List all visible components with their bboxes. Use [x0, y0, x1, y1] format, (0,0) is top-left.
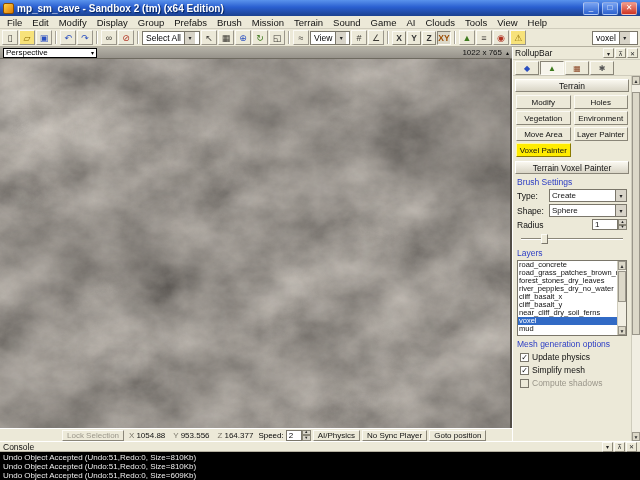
- new-icon[interactable]: ▯: [2, 30, 18, 45]
- unlink-icon[interactable]: ⊘: [118, 30, 134, 45]
- scroll-thumb[interactable]: [618, 271, 626, 302]
- scroll-thumb[interactable]: [632, 92, 640, 335]
- menu-item-brush[interactable]: Brush: [212, 16, 247, 28]
- rotate-icon[interactable]: ↻: [252, 30, 268, 45]
- tab-display[interactable]: ✱: [590, 61, 614, 75]
- terrain-icon[interactable]: ▲: [459, 30, 475, 45]
- chevron-down-icon[interactable]: ▾: [619, 32, 630, 44]
- link-icon[interactable]: ∞: [101, 30, 117, 45]
- chevron-down-icon[interactable]: ▾: [602, 442, 613, 452]
- follow-terrain-icon[interactable]: ≈: [293, 30, 309, 45]
- material-icon[interactable]: ◉: [493, 30, 509, 45]
- scroll-track[interactable]: [632, 85, 640, 432]
- pin-icon[interactable]: ⊼: [614, 442, 625, 452]
- terrain-rollup-header[interactable]: Terrain: [515, 79, 629, 92]
- menu-item-tools[interactable]: Tools: [460, 16, 492, 28]
- modify-button[interactable]: Modify: [516, 95, 571, 109]
- tab-objects[interactable]: ◆: [515, 61, 539, 75]
- axis-y-button[interactable]: Y: [407, 31, 421, 45]
- menu-item-mission[interactable]: Mission: [247, 16, 289, 28]
- select-area-icon[interactable]: ▦: [218, 30, 234, 45]
- scroll-up-icon[interactable]: ▲: [618, 261, 626, 270]
- chevron-down-icon[interactable]: ▾: [615, 205, 626, 216]
- undo-icon[interactable]: ↶: [60, 30, 76, 45]
- tab-modelling[interactable]: ▦: [565, 61, 589, 75]
- update-physics-checkbox[interactable]: ✓: [520, 353, 529, 362]
- menu-item-group[interactable]: Group: [133, 16, 169, 28]
- speed-stepper[interactable]: 2 ▲ ▼: [286, 430, 311, 441]
- simplify-mesh-checkbox[interactable]: ✓: [520, 366, 529, 375]
- spin-down-icon[interactable]: ▼: [618, 225, 627, 231]
- snap-angle-icon[interactable]: ∠: [368, 30, 384, 45]
- voxel-painter-button[interactable]: Voxel Painter: [516, 143, 571, 157]
- chevron-down-icon[interactable]: ▾: [335, 32, 346, 44]
- voxel-material-combo[interactable]: voxel ▾: [592, 31, 638, 45]
- redo-icon[interactable]: ↷: [77, 30, 93, 45]
- layer-item[interactable]: cliff_basalt_x: [518, 293, 617, 301]
- minimize-button[interactable]: _: [583, 2, 599, 15]
- layer-painter-button[interactable]: Layer Painter: [574, 127, 629, 141]
- brush-type-select[interactable]: Create ▾: [549, 189, 627, 202]
- menu-item-edit[interactable]: Edit: [27, 16, 53, 28]
- camera-combo[interactable]: Perspective ▾: [3, 48, 97, 58]
- scroll-up-icon[interactable]: ▲: [632, 76, 640, 85]
- holes-button[interactable]: Holes: [574, 95, 629, 109]
- pin-icon[interactable]: ⊼: [615, 48, 626, 58]
- axis-z-button[interactable]: Z: [422, 31, 436, 45]
- menu-item-modify[interactable]: Modify: [54, 16, 92, 28]
- layer-item[interactable]: river_pepples_dry_no_water: [518, 285, 617, 293]
- open-icon[interactable]: ▱: [19, 30, 35, 45]
- chevron-up-icon[interactable]: ▴: [506, 49, 509, 56]
- chevron-down-icon[interactable]: ▾: [603, 48, 614, 58]
- ai-physics-button[interactable]: AI/Physics: [313, 430, 360, 441]
- close-icon[interactable]: ✕: [626, 442, 637, 452]
- brush-shape-select[interactable]: Sphere ▾: [549, 204, 627, 217]
- layer-item[interactable]: mud: [518, 325, 617, 333]
- scroll-track[interactable]: [618, 270, 626, 326]
- lock-selection-button[interactable]: Lock Selection: [62, 430, 124, 441]
- no-sync-player-button[interactable]: No Sync Player: [362, 430, 427, 441]
- move-area-button[interactable]: Move Area: [516, 127, 571, 141]
- layer-item[interactable]: near_cliff_dry_soil_ferns: [518, 309, 617, 317]
- scroll-down-icon[interactable]: ▼: [632, 432, 640, 441]
- menu-item-prefabs[interactable]: Prefabs: [169, 16, 212, 28]
- menu-item-help[interactable]: Help: [523, 16, 553, 28]
- snap-grid-icon[interactable]: #: [351, 30, 367, 45]
- layers-scrollbar[interactable]: ▲ ▼: [617, 261, 626, 335]
- scale-icon[interactable]: ◱: [269, 30, 285, 45]
- menu-item-game[interactable]: Game: [366, 16, 402, 28]
- menu-item-clouds[interactable]: Clouds: [420, 16, 460, 28]
- slider-thumb[interactable]: [541, 234, 548, 244]
- radius-slider[interactable]: [521, 233, 623, 245]
- axis-xy-button[interactable]: XY: [437, 31, 451, 45]
- layer-item[interactable]: forest_stones_dry_leaves: [518, 277, 617, 285]
- menu-item-view[interactable]: View: [492, 16, 522, 28]
- menu-item-sound[interactable]: Sound: [328, 16, 365, 28]
- environment-button[interactable]: Environment: [574, 111, 629, 125]
- axis-x-button[interactable]: X: [392, 31, 406, 45]
- radius-stepper[interactable]: 1 ▲ ▼: [592, 219, 627, 230]
- layers-icon[interactable]: ≡: [476, 30, 492, 45]
- tab-terrain[interactable]: ▲: [540, 61, 564, 75]
- console-output[interactable]: Undo Object Accepted (Undo:51,Redo:0, Si…: [0, 452, 640, 480]
- speed-value[interactable]: 2: [286, 430, 302, 441]
- menu-item-display[interactable]: Display: [92, 16, 133, 28]
- vegetation-button[interactable]: Vegetation: [516, 111, 571, 125]
- menu-item-file[interactable]: File: [2, 16, 27, 28]
- move-icon[interactable]: ⊕: [235, 30, 251, 45]
- layer-item[interactable]: road_grass_patches_brown_rc: [518, 269, 617, 277]
- menu-item-ai[interactable]: AI: [401, 16, 420, 28]
- radius-value[interactable]: 1: [592, 219, 618, 230]
- save-icon[interactable]: ▣: [36, 30, 52, 45]
- scroll-down-icon[interactable]: ▼: [618, 326, 626, 335]
- layer-item-selected[interactable]: voxel: [518, 317, 617, 325]
- slider-track[interactable]: [521, 238, 623, 240]
- terrain-viewport[interactable]: [0, 59, 512, 428]
- maximize-button[interactable]: □: [602, 2, 618, 15]
- close-button[interactable]: ✕: [621, 2, 637, 15]
- menu-item-terrain[interactable]: Terrain: [289, 16, 328, 28]
- warning-icon[interactable]: ⚠: [510, 30, 526, 45]
- chevron-down-icon[interactable]: ▾: [184, 32, 195, 44]
- close-icon[interactable]: ✕: [627, 48, 638, 58]
- layer-item[interactable]: road_concrete: [518, 261, 617, 269]
